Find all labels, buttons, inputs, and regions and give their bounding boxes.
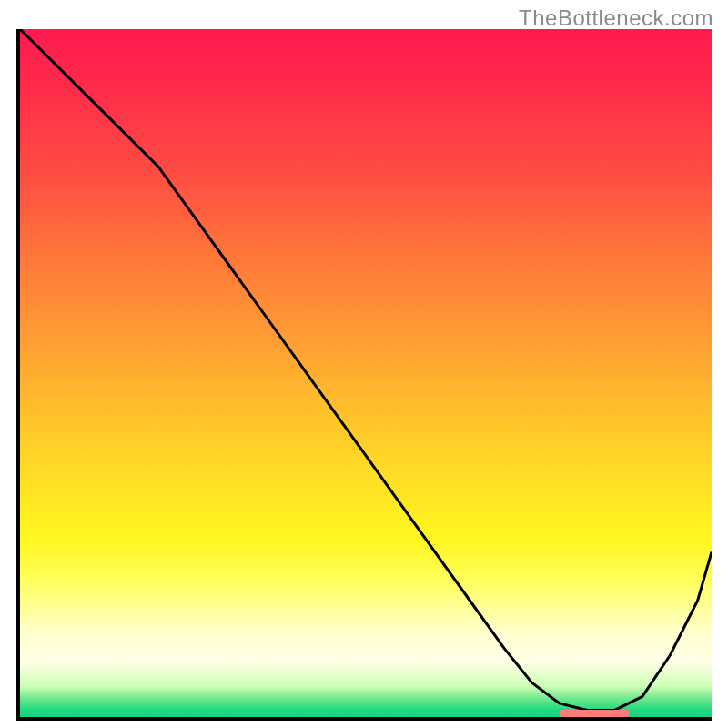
plot-area [16, 29, 712, 721]
curve-path [20, 29, 712, 710]
curve-svg [20, 29, 712, 717]
x-axis [16, 717, 712, 721]
watermark-text: TheBottleneck.com [519, 5, 713, 31]
optimal-range-marker [560, 710, 629, 717]
chart-stage: TheBottleneck.com [0, 0, 728, 728]
y-axis [16, 29, 20, 721]
